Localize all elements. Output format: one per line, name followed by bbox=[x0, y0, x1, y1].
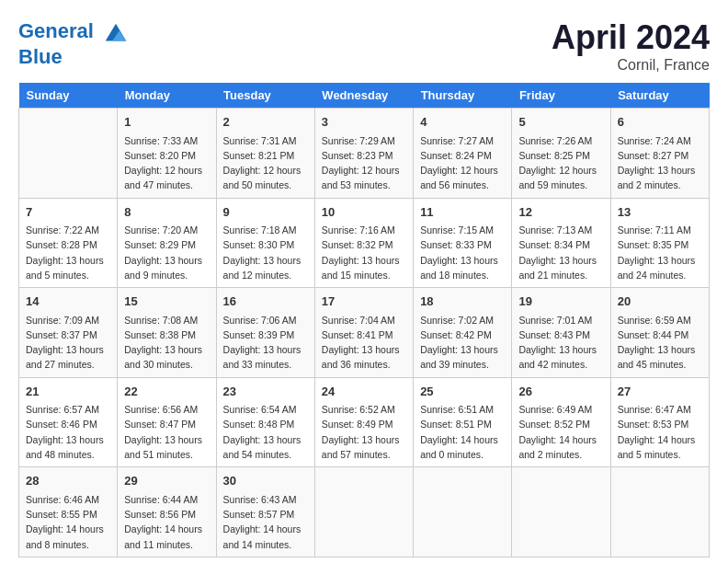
day-number: 13 bbox=[618, 203, 702, 222]
calendar-cell: 1Sunrise: 7:33 AM Sunset: 8:20 PM Daylig… bbox=[118, 109, 216, 199]
logo: General Blue bbox=[18, 18, 130, 68]
week-row-1: 1Sunrise: 7:33 AM Sunset: 8:20 PM Daylig… bbox=[19, 109, 710, 199]
logo-text: General bbox=[18, 18, 130, 46]
calendar-header: SundayMondayTuesdayWednesdayThursdayFrid… bbox=[19, 83, 710, 109]
calendar-table: SundayMondayTuesdayWednesdayThursdayFrid… bbox=[18, 83, 710, 557]
calendar-cell: 5Sunrise: 7:26 AM Sunset: 8:25 PM Daylig… bbox=[512, 109, 610, 199]
calendar-cell bbox=[512, 467, 610, 557]
day-number: 4 bbox=[420, 113, 505, 132]
header-row: SundayMondayTuesdayWednesdayThursdayFrid… bbox=[19, 83, 710, 109]
calendar-cell: 10Sunrise: 7:16 AM Sunset: 8:32 PM Dayli… bbox=[314, 198, 413, 288]
day-header-thursday: Thursday bbox=[414, 83, 512, 109]
day-info: Sunrise: 7:24 AM Sunset: 8:27 PM Dayligh… bbox=[618, 133, 702, 193]
day-number: 18 bbox=[420, 293, 505, 311]
day-info: Sunrise: 7:04 AM Sunset: 8:41 PM Dayligh… bbox=[322, 313, 406, 373]
day-header-saturday: Saturday bbox=[610, 83, 709, 109]
calendar-cell: 30Sunrise: 6:43 AM Sunset: 8:57 PM Dayli… bbox=[216, 467, 314, 557]
day-number: 30 bbox=[223, 472, 308, 490]
day-info: Sunrise: 7:26 AM Sunset: 8:25 PM Dayligh… bbox=[518, 133, 603, 193]
day-number: 20 bbox=[618, 293, 702, 311]
day-number: 5 bbox=[518, 113, 603, 132]
day-info: Sunrise: 7:06 AM Sunset: 8:39 PM Dayligh… bbox=[223, 313, 308, 373]
calendar-cell bbox=[19, 109, 118, 199]
month-title: April 2024 bbox=[552, 18, 710, 57]
week-row-5: 28Sunrise: 6:46 AM Sunset: 8:55 PM Dayli… bbox=[19, 467, 710, 557]
day-number: 8 bbox=[124, 203, 209, 222]
day-number: 26 bbox=[518, 383, 603, 401]
day-number: 10 bbox=[322, 203, 406, 222]
day-number: 25 bbox=[420, 383, 505, 401]
day-info: Sunrise: 6:46 AM Sunset: 8:55 PM Dayligh… bbox=[26, 492, 110, 552]
calendar-cell: 24Sunrise: 6:52 AM Sunset: 8:49 PM Dayli… bbox=[314, 377, 413, 467]
location-text: Cornil, France bbox=[552, 57, 710, 74]
day-number: 15 bbox=[124, 293, 209, 311]
calendar-cell: 18Sunrise: 7:02 AM Sunset: 8:42 PM Dayli… bbox=[414, 288, 512, 378]
day-header-wednesday: Wednesday bbox=[314, 83, 413, 109]
day-info: Sunrise: 7:09 AM Sunset: 8:37 PM Dayligh… bbox=[26, 313, 110, 373]
day-number: 19 bbox=[518, 293, 603, 311]
day-info: Sunrise: 6:56 AM Sunset: 8:47 PM Dayligh… bbox=[124, 402, 209, 462]
day-number: 16 bbox=[223, 293, 308, 311]
calendar-cell: 7Sunrise: 7:22 AM Sunset: 8:28 PM Daylig… bbox=[19, 198, 118, 288]
day-info: Sunrise: 7:13 AM Sunset: 8:34 PM Dayligh… bbox=[518, 223, 603, 282]
day-info: Sunrise: 6:47 AM Sunset: 8:53 PM Dayligh… bbox=[618, 402, 702, 462]
title-block: April 2024 Cornil, France bbox=[552, 18, 710, 74]
calendar-cell: 22Sunrise: 6:56 AM Sunset: 8:47 PM Dayli… bbox=[118, 377, 216, 467]
calendar-body: 1Sunrise: 7:33 AM Sunset: 8:20 PM Daylig… bbox=[19, 109, 710, 557]
day-info: Sunrise: 7:27 AM Sunset: 8:24 PM Dayligh… bbox=[420, 133, 505, 193]
day-number: 14 bbox=[26, 293, 110, 311]
day-number: 29 bbox=[124, 472, 209, 490]
day-info: Sunrise: 7:08 AM Sunset: 8:38 PM Dayligh… bbox=[124, 313, 209, 373]
day-number: 6 bbox=[618, 113, 702, 132]
calendar-cell: 21Sunrise: 6:57 AM Sunset: 8:46 PM Dayli… bbox=[19, 377, 118, 467]
day-number: 12 bbox=[518, 203, 603, 222]
week-row-3: 14Sunrise: 7:09 AM Sunset: 8:37 PM Dayli… bbox=[19, 288, 710, 378]
day-number: 28 bbox=[26, 472, 110, 490]
day-info: Sunrise: 6:49 AM Sunset: 8:52 PM Dayligh… bbox=[518, 402, 603, 462]
calendar-cell: 20Sunrise: 6:59 AM Sunset: 8:44 PM Dayli… bbox=[610, 288, 709, 378]
calendar-cell bbox=[414, 467, 512, 557]
day-number: 27 bbox=[618, 383, 702, 401]
calendar-cell bbox=[610, 467, 709, 557]
calendar-cell: 9Sunrise: 7:18 AM Sunset: 8:30 PM Daylig… bbox=[216, 198, 314, 288]
day-number: 2 bbox=[223, 113, 308, 132]
calendar-cell: 13Sunrise: 7:11 AM Sunset: 8:35 PM Dayli… bbox=[610, 198, 709, 288]
day-header-monday: Monday bbox=[118, 83, 216, 109]
day-info: Sunrise: 6:52 AM Sunset: 8:49 PM Dayligh… bbox=[322, 402, 406, 462]
day-info: Sunrise: 7:02 AM Sunset: 8:42 PM Dayligh… bbox=[420, 313, 505, 373]
day-number: 3 bbox=[322, 113, 406, 132]
calendar-cell: 14Sunrise: 7:09 AM Sunset: 8:37 PM Dayli… bbox=[19, 288, 118, 378]
day-number: 11 bbox=[420, 203, 505, 222]
day-number: 23 bbox=[223, 383, 308, 401]
day-info: Sunrise: 6:51 AM Sunset: 8:51 PM Dayligh… bbox=[420, 402, 505, 462]
day-info: Sunrise: 7:16 AM Sunset: 8:32 PM Dayligh… bbox=[322, 223, 406, 282]
day-number: 22 bbox=[124, 383, 209, 401]
calendar-cell: 2Sunrise: 7:31 AM Sunset: 8:21 PM Daylig… bbox=[216, 109, 314, 199]
day-info: Sunrise: 6:44 AM Sunset: 8:56 PM Dayligh… bbox=[124, 492, 209, 552]
day-header-sunday: Sunday bbox=[19, 83, 118, 109]
day-info: Sunrise: 7:29 AM Sunset: 8:23 PM Dayligh… bbox=[322, 133, 406, 193]
day-info: Sunrise: 7:22 AM Sunset: 8:28 PM Dayligh… bbox=[26, 223, 110, 282]
day-info: Sunrise: 6:54 AM Sunset: 8:48 PM Dayligh… bbox=[223, 402, 308, 462]
calendar-cell: 23Sunrise: 6:54 AM Sunset: 8:48 PM Dayli… bbox=[216, 377, 314, 467]
day-header-tuesday: Tuesday bbox=[216, 83, 314, 109]
day-info: Sunrise: 7:33 AM Sunset: 8:20 PM Dayligh… bbox=[124, 133, 209, 193]
calendar-cell: 12Sunrise: 7:13 AM Sunset: 8:34 PM Dayli… bbox=[512, 198, 610, 288]
calendar-cell: 25Sunrise: 6:51 AM Sunset: 8:51 PM Dayli… bbox=[414, 377, 512, 467]
calendar-cell: 19Sunrise: 7:01 AM Sunset: 8:43 PM Dayli… bbox=[512, 288, 610, 378]
day-number: 1 bbox=[124, 113, 209, 132]
day-number: 9 bbox=[223, 203, 308, 222]
day-number: 21 bbox=[26, 383, 110, 401]
day-info: Sunrise: 7:31 AM Sunset: 8:21 PM Dayligh… bbox=[223, 133, 308, 193]
day-header-friday: Friday bbox=[512, 83, 610, 109]
calendar-cell: 26Sunrise: 6:49 AM Sunset: 8:52 PM Dayli… bbox=[512, 377, 610, 467]
calendar-cell: 29Sunrise: 6:44 AM Sunset: 8:56 PM Dayli… bbox=[118, 467, 216, 557]
calendar-cell: 6Sunrise: 7:24 AM Sunset: 8:27 PM Daylig… bbox=[610, 109, 709, 199]
page-header: General Blue April 2024 Cornil, France bbox=[18, 18, 710, 74]
calendar-cell bbox=[314, 467, 413, 557]
calendar-cell: 11Sunrise: 7:15 AM Sunset: 8:33 PM Dayli… bbox=[414, 198, 512, 288]
calendar-cell: 15Sunrise: 7:08 AM Sunset: 8:38 PM Dayli… bbox=[118, 288, 216, 378]
day-number: 17 bbox=[322, 293, 406, 311]
day-info: Sunrise: 7:15 AM Sunset: 8:33 PM Dayligh… bbox=[420, 223, 505, 282]
day-number: 7 bbox=[26, 203, 110, 222]
